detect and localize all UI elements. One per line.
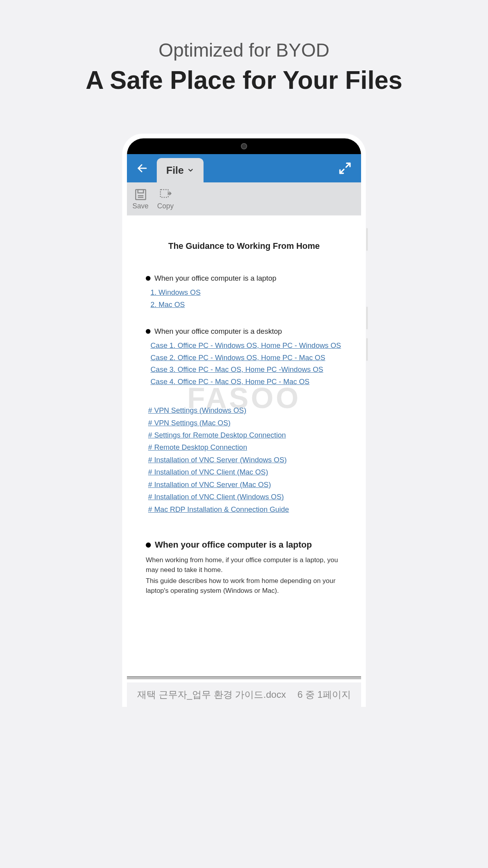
camera-dot xyxy=(241,143,247,149)
doc-link[interactable]: Case 2. Office PC - Windows OS, Home PC … xyxy=(150,352,342,364)
marketing-title: A Safe Place for Your Files xyxy=(0,66,488,95)
copy-icon xyxy=(159,188,172,201)
marketing-header: Optimized for BYOD A Safe Place for Your… xyxy=(0,0,488,95)
toc-links: 1. Windows OS 2. Mac OS xyxy=(146,287,342,311)
doc-link[interactable]: # Installation of VNC Server (Mac OS) xyxy=(148,478,342,491)
save-icon xyxy=(134,188,147,201)
back-button[interactable] xyxy=(127,162,157,174)
toc-heading: When your office computer is a laptop xyxy=(146,274,342,283)
fullscreen-button[interactable] xyxy=(338,162,352,175)
marketing-subtitle: Optimized for BYOD xyxy=(0,39,488,61)
file-tab-label: File xyxy=(166,164,184,177)
doc-link[interactable]: 2. Mac OS xyxy=(150,299,342,311)
chevron-down-icon xyxy=(187,167,194,174)
save-button[interactable]: Save xyxy=(132,188,149,210)
document-title: The Guidance to Working From Home xyxy=(146,241,342,251)
phone-side-button xyxy=(366,228,368,251)
app-toolbar: File xyxy=(127,154,361,182)
status-footer: 재택 근무자_업무 환경 가이드.docx 6 중 1페이지 xyxy=(127,682,361,707)
page-edge xyxy=(127,676,361,679)
filename-label: 재택 근무자_업무 환경 가이드.docx xyxy=(137,688,286,701)
copy-label: Copy xyxy=(157,202,174,210)
doc-link[interactable]: # Installation of VNC Server (Windows OS… xyxy=(148,454,342,466)
ribbon-toolbar: Save Copy xyxy=(127,182,361,215)
phone-notch xyxy=(127,138,361,154)
arrow-left-icon xyxy=(136,162,148,174)
toc-links: Case 1. Office PC - Windows OS, Home PC … xyxy=(146,340,342,388)
document-content: The Guidance to Working From Home When y… xyxy=(127,215,361,605)
file-tab[interactable]: File xyxy=(157,158,204,182)
doc-link[interactable]: # VPN Settings (Mac OS) xyxy=(148,417,342,429)
body-paragraph: When working from home, if your office c… xyxy=(146,555,342,575)
doc-link[interactable]: # VPN Settings (Windows OS) xyxy=(148,404,342,416)
doc-link[interactable]: # Remote Desktop Connection xyxy=(148,441,342,453)
document-viewport[interactable]: FASOO The Guidance to Working From Home … xyxy=(127,215,361,682)
svg-rect-4 xyxy=(138,189,143,193)
page-info: 6 중 1페이지 xyxy=(297,688,351,701)
doc-link[interactable]: # Installation of VNC Client (Windows OS… xyxy=(148,491,342,503)
svg-rect-3 xyxy=(136,189,146,200)
doc-link[interactable]: Case 4. Office PC - Mac OS, Home PC - Ma… xyxy=(150,376,342,388)
phone-mockup: File Save xyxy=(122,134,366,707)
body-paragraph: This guide describes how to work from ho… xyxy=(146,576,342,596)
doc-link[interactable]: Case 1. Office PC - Windows OS, Home PC … xyxy=(150,340,342,352)
save-label: Save xyxy=(132,202,149,210)
doc-link[interactable]: Case 3. Office PC - Mac OS, Home PC -Win… xyxy=(150,364,342,376)
hash-links: # VPN Settings (Windows OS) # VPN Settin… xyxy=(148,404,342,515)
doc-link[interactable]: # Settings for Remote Desktop Connection xyxy=(148,429,342,441)
svg-rect-7 xyxy=(160,189,168,197)
expand-icon xyxy=(338,162,352,175)
toc-heading: When your office computer is a desktop xyxy=(146,327,342,336)
copy-button[interactable]: Copy xyxy=(157,188,174,210)
phone-side-button xyxy=(366,338,368,361)
section-heading: When your office computer is a laptop xyxy=(146,540,342,550)
doc-link[interactable]: # Mac RDP Installation & Connection Guid… xyxy=(148,503,342,515)
phone-side-button xyxy=(366,307,368,329)
doc-link[interactable]: # Installation of VNC Client (Mac OS) xyxy=(148,466,342,478)
doc-link[interactable]: 1. Windows OS xyxy=(150,287,342,299)
